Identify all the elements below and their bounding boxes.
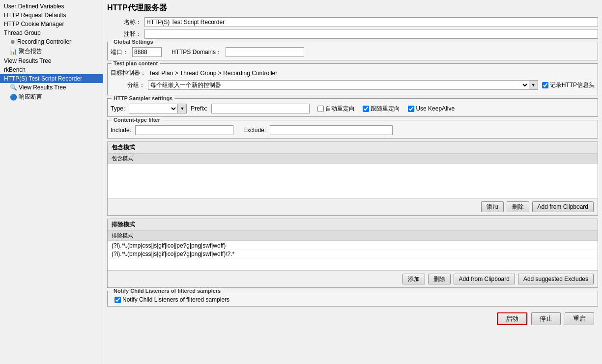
exclude-add-button[interactable]: 添加 [402, 274, 425, 284]
exclude-mode-buttons: 添加 删除 Add from Clipboard Add suggested E… [108, 270, 598, 287]
name-row: 名称： [105, 17, 600, 27]
record-http-checkbox[interactable] [542, 82, 548, 88]
include-add-button[interactable]: 添加 [481, 201, 504, 212]
exclude-mode-title: 排除模式 [108, 219, 598, 231]
test-plan-content-legend: Test plan content [112, 60, 160, 66]
exclude-mode-header: 排除模式 [108, 231, 598, 241]
sidebar-item-xiangyingduiyan[interactable]: 🔵 响应断言 [0, 92, 103, 102]
exclude-row-1: (?i).*\.(bmp|css|js|gif|ico|jpe?g|png|sw… [108, 250, 598, 258]
notify-label: Notify Child Listeners of filtered sampl… [122, 296, 229, 303]
port-label: 端口： [111, 48, 128, 56]
type-label: Type: [111, 105, 125, 112]
name-label: 名称： [107, 18, 142, 27]
include-delete-button[interactable]: 删除 [507, 201, 529, 212]
include-label: Include: [111, 127, 131, 134]
start-button[interactable]: 启动 [497, 312, 527, 325]
sidebar-item-http-cookie-manager[interactable]: HTTP Cookie Manager [0, 20, 103, 28]
target-controller-row: 目标控制器： Test Plan > Thread Group > Record… [111, 69, 595, 77]
content-type-filter-row: Include: Exclude: [111, 125, 595, 135]
exclude-row-0: (?i).*\.(bmp|css|js|gif|ico|jpe?g|png|sw… [108, 242, 598, 250]
include-mode-section: 包含模式 包含模式 添加 删除 Add from Clipboard [107, 141, 598, 216]
include-input[interactable] [135, 125, 233, 135]
content-type-filter-section: Content-type filter Include: Exclude: [107, 120, 598, 139]
panel-title: HTTP代理服务器 [105, 2, 600, 14]
sidebar-item-thread-group[interactable]: Thread Group [0, 28, 103, 37]
record-http-label: 记录HTTP信息头 [550, 81, 595, 89]
auto-redirect-checkbox[interactable] [317, 106, 324, 112]
keepalive-checkbox[interactable] [408, 106, 414, 112]
http-sampler-section: HTTP Sampler settings Type: ▼ Prefix: 自动… [107, 98, 598, 117]
sidebar-item-view-results-tree-2[interactable]: 🔍 View Results Tree [0, 83, 103, 92]
restart-button[interactable]: 重启 [565, 312, 594, 325]
comment-label: 注释： [107, 30, 142, 38]
comment-input[interactable] [144, 29, 598, 39]
https-label: HTTPS Domains： [172, 48, 222, 56]
content-type-filter-legend: Content-type filter [112, 117, 162, 123]
notify-checkbox-label: Notify Child Listeners of filtered sampl… [115, 296, 229, 303]
include-mode-title: 包含模式 [108, 142, 598, 154]
port-input[interactable] [132, 47, 162, 57]
exclude-label: Exclude: [243, 127, 266, 134]
sidebar-item-view-results-tree[interactable]: View Results Tree [0, 56, 103, 65]
keepalive-label: Use KeepAlive [408, 105, 455, 112]
type-select-arrow[interactable]: ▼ [178, 104, 187, 113]
sidebar: User Defined Variables HTTP Request Defa… [0, 0, 103, 364]
group-select[interactable]: 每个组嵌入一个新的控制器 [148, 80, 529, 90]
include-mode-body [108, 164, 598, 198]
https-input[interactable] [226, 47, 304, 57]
sidebar-item-https-test-script-recorder[interactable]: HTTP(S) Test Script Recorder [0, 74, 103, 83]
exclude-mode-section: 排除模式 排除模式 (?i).*\.(bmp|css|js|gif|ico|jp… [107, 219, 598, 288]
sidebar-item-user-defined-variables[interactable]: User Defined Variables [0, 2, 103, 11]
sidebar-item-rkbench[interactable]: rkBench [0, 65, 103, 74]
name-input[interactable] [144, 17, 598, 27]
test-plan-content-section: Test plan content 目标控制器： Test Plan > Thr… [107, 63, 598, 95]
comment-row: 注释： [105, 29, 600, 39]
prefix-label: Prefix: [191, 105, 207, 112]
auto-redirect-label: 自动重定向 [317, 105, 355, 113]
exclude-clipboard-button[interactable]: Add from Clipboard [454, 274, 515, 284]
notify-inner: Notify Child Listeners of filtered sampl… [111, 296, 595, 303]
type-select[interactable] [129, 104, 178, 113]
target-value: Test Plan > Thread Group > Recording Con… [149, 70, 595, 77]
exclude-mode-body: (?i).*\.(bmp|css|js|gif|ico|jpe?g|png|sw… [108, 241, 598, 270]
follow-redirect-checkbox[interactable] [363, 106, 369, 112]
notify-section: Notify Child Listeners of filtered sampl… [107, 291, 598, 307]
record-http-checkbox-label: 记录HTTP信息头 [542, 81, 595, 89]
global-settings-legend: Global Settings [112, 39, 155, 45]
sidebar-item-http-request-defaults[interactable]: HTTP Request Defaults [0, 11, 103, 20]
target-label: 目标控制器： [111, 69, 146, 77]
notify-legend: Notify Child Listeners of filtered sampl… [112, 288, 223, 294]
include-clipboard-button[interactable]: Add from Clipboard [532, 201, 594, 212]
exclude-suggested-button[interactable]: Add suggested Excludes [518, 274, 594, 284]
group-row: 分组： 每个组嵌入一个新的控制器 ▼ 记录HTTP信息头 [111, 80, 595, 90]
include-mode-header: 包含模式 [108, 154, 598, 164]
stop-button[interactable]: 停止 [531, 312, 561, 325]
exclude-input[interactable] [270, 125, 393, 135]
group-label: 分组： [111, 81, 145, 89]
global-settings-section: Global Settings 端口： HTTPS Domains： [107, 42, 598, 60]
include-mode-buttons: 添加 删除 Add from Clipboard [108, 198, 598, 215]
sidebar-item-juhebao[interactable]: 📊 聚合报告 [0, 46, 103, 56]
group-select-arrow[interactable]: ▼ [529, 80, 538, 90]
prefix-input[interactable] [211, 104, 310, 113]
global-settings-row: 端口： HTTPS Domains： [111, 47, 595, 57]
http-sampler-row: Type: ▼ Prefix: 自动重定向 跟随重定向 Use Keep [111, 104, 595, 113]
notify-checkbox[interactable] [115, 297, 121, 303]
exclude-delete-button[interactable]: 删除 [428, 274, 451, 284]
bottom-buttons: 启动 停止 重启 [107, 309, 598, 328]
http-sampler-legend: HTTP Sampler settings [112, 95, 174, 101]
sidebar-item-recording-controller[interactable]: ⏺ Recording Controller [0, 37, 103, 46]
main-panel: HTTP代理服务器 名称： 注释： Global Settings 端口： HT… [103, 0, 602, 364]
follow-redirect-label: 跟随重定向 [363, 105, 400, 113]
